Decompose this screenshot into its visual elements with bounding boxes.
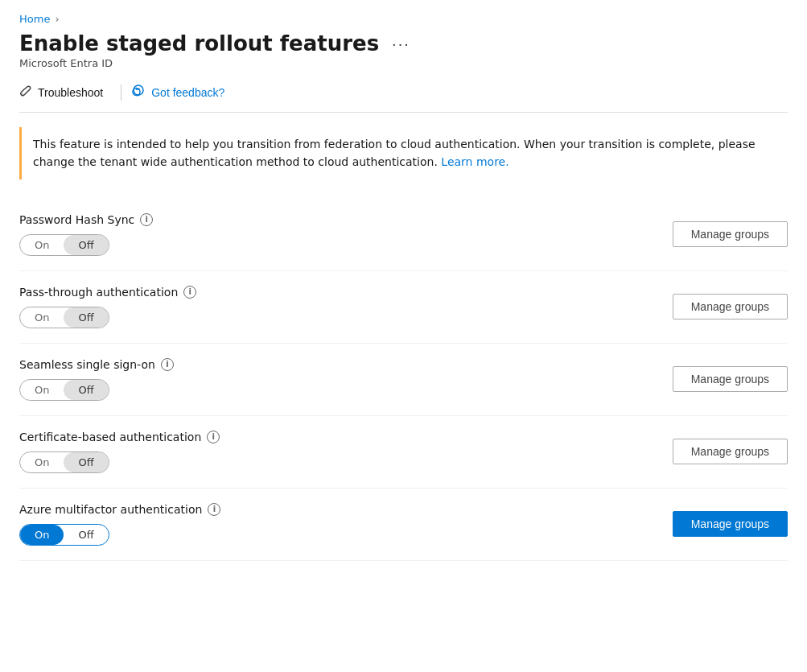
- more-options-button[interactable]: ···: [389, 35, 414, 53]
- feature-list: Password Hash Sync i On Off Manage group…: [19, 199, 788, 561]
- feature-name-seamless-sso: Seamless single sign-on: [19, 358, 155, 371]
- feature-left-seamless-sso: Seamless single sign-on i On Off: [19, 358, 640, 401]
- toggle-on-seamless-sso: On: [20, 380, 64, 400]
- feedback-icon: [131, 84, 146, 101]
- feature-left-azure-mfa: Azure multifactor authentication i On Of…: [19, 503, 640, 546]
- info-icon-pass-through-auth[interactable]: i: [183, 286, 196, 299]
- toggle-off-seamless-sso: Off: [64, 380, 108, 400]
- feature-right-cert-based-auth: Manage groups: [640, 439, 788, 464]
- toggle-on-password-hash-sync: On: [20, 235, 64, 255]
- feature-left-pass-through-auth: Pass-through authentication i On Off: [19, 286, 640, 328]
- wrench-icon: [19, 85, 32, 100]
- troubleshoot-button[interactable]: Troubleshoot: [19, 81, 111, 103]
- page-title: Enable staged rollout features: [19, 31, 379, 56]
- feature-row: Seamless single sign-on i On Off Manage …: [19, 344, 788, 416]
- info-icon-seamless-sso[interactable]: i: [161, 358, 174, 371]
- feature-name-azure-mfa: Azure multifactor authentication: [19, 503, 202, 516]
- toggle-pass-through-auth[interactable]: On Off: [19, 307, 109, 328]
- feature-row: Azure multifactor authentication i On Of…: [19, 489, 788, 561]
- toggle-off-password-hash-sync: Off: [64, 235, 108, 255]
- manage-groups-button-seamless-sso[interactable]: Manage groups: [673, 366, 788, 392]
- toggle-azure-mfa[interactable]: On Off: [19, 524, 109, 546]
- feature-row: Certificate-based authentication i On Of…: [19, 416, 788, 489]
- info-icon-azure-mfa[interactable]: i: [208, 503, 220, 516]
- manage-groups-button-cert-based-auth[interactable]: Manage groups: [673, 439, 788, 464]
- feedback-label: Got feedback?: [151, 86, 224, 99]
- breadcrumb: Home ›: [19, 13, 788, 25]
- feature-right-pass-through-auth: Manage groups: [640, 294, 788, 320]
- info-text: This feature is intended to help you tra…: [33, 138, 756, 168]
- feature-left-cert-based-auth: Certificate-based authentication i On Of…: [19, 431, 640, 473]
- manage-groups-button-pass-through-auth[interactable]: Manage groups: [673, 294, 788, 320]
- feature-right-password-hash-sync: Manage groups: [640, 221, 788, 247]
- manage-groups-button-password-hash-sync[interactable]: Manage groups: [673, 221, 788, 247]
- info-icon-password-hash-sync[interactable]: i: [140, 213, 153, 226]
- toggle-on-pass-through-auth: On: [20, 307, 64, 328]
- troubleshoot-label: Troubleshoot: [38, 86, 103, 99]
- toggle-seamless-sso[interactable]: On Off: [19, 379, 109, 401]
- toggle-off-pass-through-auth: Off: [64, 307, 108, 328]
- svg-point-0: [22, 93, 23, 94]
- feature-name-cert-based-auth: Certificate-based authentication: [19, 431, 201, 443]
- toolbar-divider: [121, 85, 121, 101]
- svg-point-1: [134, 85, 143, 95]
- breadcrumb-separator: ›: [55, 13, 59, 25]
- feature-name-password-hash-sync: Password Hash Sync: [19, 213, 134, 226]
- feature-name-pass-through-auth: Pass-through authentication: [19, 286, 178, 299]
- feature-row: Password Hash Sync i On Off Manage group…: [19, 199, 788, 271]
- toggle-on-azure-mfa: On: [20, 525, 64, 545]
- toggle-cert-based-auth[interactable]: On Off: [19, 451, 109, 473]
- feature-right-seamless-sso: Manage groups: [640, 366, 788, 392]
- toolbar: Troubleshoot Got feedback?: [19, 80, 788, 113]
- toggle-off-cert-based-auth: Off: [64, 452, 108, 472]
- toggle-off-azure-mfa: Off: [64, 525, 108, 545]
- feature-left-password-hash-sync: Password Hash Sync i On Off: [19, 213, 640, 256]
- manage-groups-button-azure-mfa[interactable]: Manage groups: [673, 511, 788, 537]
- feature-right-azure-mfa: Manage groups: [640, 511, 788, 537]
- toggle-on-cert-based-auth: On: [20, 452, 64, 472]
- feedback-button[interactable]: Got feedback?: [131, 80, 224, 104]
- page-subtitle: Microsoft Entra ID: [19, 57, 788, 69]
- info-icon-cert-based-auth[interactable]: i: [207, 431, 220, 443]
- breadcrumb-home[interactable]: Home: [19, 13, 50, 25]
- info-box: This feature is intended to help you tra…: [19, 127, 788, 179]
- learn-more-link[interactable]: Learn more.: [441, 155, 508, 168]
- feature-row: Pass-through authentication i On Off Man…: [19, 271, 788, 344]
- toggle-password-hash-sync[interactable]: On Off: [19, 234, 109, 256]
